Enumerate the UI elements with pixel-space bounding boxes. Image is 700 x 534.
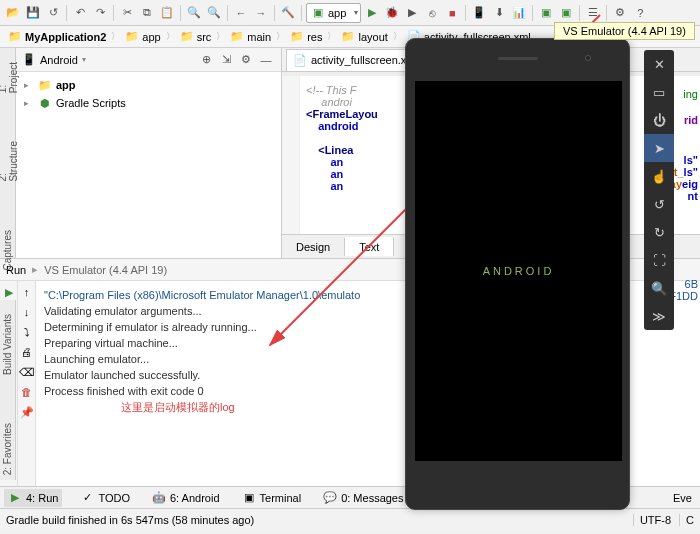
tab-messages[interactable]: 💬0: Messages bbox=[319, 489, 407, 507]
fit-icon[interactable]: ⛶ bbox=[644, 246, 674, 274]
structure-icon[interactable]: ☰ bbox=[584, 4, 602, 22]
android-icon: 📱 bbox=[22, 53, 36, 66]
bc-main[interactable]: 📁main bbox=[226, 30, 275, 44]
close-icon[interactable]: ✕ bbox=[644, 50, 674, 78]
paste-icon[interactable]: 📋 bbox=[158, 4, 176, 22]
rerun-icon[interactable]: ▶ bbox=[2, 285, 16, 299]
rotate-right-icon[interactable]: ↻ bbox=[644, 218, 674, 246]
status-bar: Gradle build finished in 6s 547ms (58 mi… bbox=[0, 508, 700, 530]
more-icon[interactable]: ≫ bbox=[644, 302, 674, 330]
run-config-combo[interactable]: ▣ app bbox=[306, 3, 361, 23]
folder-icon: 📁 bbox=[8, 30, 22, 44]
rotate-left-icon[interactable]: ↺ bbox=[644, 190, 674, 218]
tree-gradle[interactable]: ▸⬢ Gradle Scripts bbox=[20, 94, 277, 112]
module-icon: 📁 bbox=[38, 78, 52, 92]
cut-icon[interactable]: ✂ bbox=[118, 4, 136, 22]
forward-icon[interactable]: → bbox=[252, 4, 270, 22]
project-panel: 📱 Android ▾ ⊕ ⇲ ⚙ — ▸📁 app ▸⬢ Gradle Scr… bbox=[16, 48, 282, 258]
folder-icon: 📁 bbox=[180, 30, 194, 44]
minimize-icon[interactable]: ▭ bbox=[644, 78, 674, 106]
tree-app[interactable]: ▸📁 app bbox=[20, 76, 277, 94]
pin-icon[interactable]: 📌 bbox=[20, 405, 34, 419]
text-tab[interactable]: Text bbox=[345, 237, 394, 256]
tab-favorites[interactable]: 2: Favorites bbox=[2, 419, 13, 479]
gradle-icon: ⬢ bbox=[38, 96, 52, 110]
vs-emu1-icon[interactable]: ▣ bbox=[537, 4, 555, 22]
copy-icon[interactable]: ⧉ bbox=[138, 4, 156, 22]
touch-icon[interactable]: ☝ bbox=[644, 162, 674, 190]
run-target-label: VS Emulator (4.4 API 19) bbox=[44, 264, 167, 276]
annotation-text: 这里是启动模拟器的log bbox=[121, 399, 235, 415]
zoom-icon[interactable]: 🔍 bbox=[644, 274, 674, 302]
tree-item-label: app bbox=[56, 79, 76, 91]
run-icon: ▶ bbox=[8, 491, 22, 505]
tab-eventlog[interactable]: Eve bbox=[669, 490, 696, 506]
status-context[interactable]: C bbox=[679, 514, 694, 526]
scroll-from-icon[interactable]: ⊕ bbox=[197, 51, 215, 69]
power-icon[interactable]: ⏻ bbox=[644, 106, 674, 134]
status-encoding[interactable]: UTF-8 bbox=[633, 514, 671, 526]
monitor-icon[interactable]: 📊 bbox=[510, 4, 528, 22]
module-icon: ▣ bbox=[311, 6, 325, 20]
save-icon[interactable]: 💾 bbox=[24, 4, 42, 22]
help-icon[interactable]: ? bbox=[631, 4, 649, 22]
tab-build-variants[interactable]: Build Variants bbox=[2, 310, 13, 379]
settings-icon[interactable]: ⚙ bbox=[611, 4, 629, 22]
up-icon[interactable]: ↑ bbox=[20, 285, 34, 299]
bc-project[interactable]: 📁MyApplication2 bbox=[4, 30, 110, 44]
debug-icon[interactable]: 🐞 bbox=[383, 4, 401, 22]
run-config-label: app bbox=[328, 7, 346, 19]
project-panel-header: 📱 Android ▾ ⊕ ⇲ ⚙ — bbox=[16, 48, 281, 72]
message-icon: 💬 bbox=[323, 491, 337, 505]
collapse-icon[interactable]: ⇲ bbox=[217, 51, 235, 69]
trash-icon[interactable]: 🗑 bbox=[20, 385, 34, 399]
back-icon[interactable]: ← bbox=[232, 4, 250, 22]
left-tool-tabs: 1: Project 2: Structure Captures bbox=[0, 48, 16, 258]
folder-icon: 📁 bbox=[290, 30, 304, 44]
sdk-icon[interactable]: ⬇ bbox=[490, 4, 508, 22]
find-icon[interactable]: 🔍 bbox=[185, 4, 203, 22]
replace-icon[interactable]: 🔍 bbox=[205, 4, 223, 22]
sync-icon[interactable]: ↺ bbox=[44, 4, 62, 22]
tab-project[interactable]: 1: Project bbox=[0, 58, 19, 97]
avd-icon[interactable]: 📱 bbox=[470, 4, 488, 22]
vs-emu2-icon[interactable]: ▣ bbox=[557, 4, 575, 22]
gutter bbox=[282, 76, 300, 234]
tab-android[interactable]: 🤖6: Android bbox=[148, 489, 224, 507]
build-icon[interactable]: 🔨 bbox=[279, 4, 297, 22]
emulator-screen[interactable]: ANDROID bbox=[415, 81, 622, 461]
stop-icon[interactable]: ■ bbox=[443, 4, 461, 22]
folder-icon: 📁 bbox=[230, 30, 244, 44]
tab-terminal[interactable]: ▣Terminal bbox=[238, 489, 306, 507]
clear-icon[interactable]: ⌫ bbox=[20, 365, 34, 379]
bc-layout[interactable]: 📁layout bbox=[337, 30, 391, 44]
bc-app[interactable]: 📁app bbox=[121, 30, 164, 44]
redo-icon[interactable]: ↷ bbox=[91, 4, 109, 22]
run-icon[interactable]: ▶ bbox=[363, 4, 381, 22]
gear-icon[interactable]: ⚙ bbox=[237, 51, 255, 69]
bc-res[interactable]: 📁res bbox=[286, 30, 326, 44]
open-icon[interactable]: 📂 bbox=[4, 4, 22, 22]
android-icon: 🤖 bbox=[152, 491, 166, 505]
terminal-icon: ▣ bbox=[242, 491, 256, 505]
attach-icon[interactable]: ⎋ bbox=[423, 4, 441, 22]
down-icon[interactable]: ↓ bbox=[20, 305, 34, 319]
emulator-window[interactable]: ANDROID bbox=[405, 38, 630, 510]
folder-icon: 📁 bbox=[125, 30, 139, 44]
hide-icon[interactable]: — bbox=[257, 51, 275, 69]
tab-run[interactable]: ▶4: Run bbox=[4, 489, 62, 507]
folder-icon: 📁 bbox=[341, 30, 355, 44]
tab-structure[interactable]: 2: Structure bbox=[0, 137, 19, 186]
print-icon[interactable]: 🖨 bbox=[20, 345, 34, 359]
tab-todo[interactable]: ✓TODO bbox=[76, 489, 134, 507]
design-tab[interactable]: Design bbox=[282, 238, 345, 256]
pointer-icon[interactable]: ➤ bbox=[644, 134, 674, 162]
tooltip-vs-emulator: VS Emulator (4.4 API 19) bbox=[554, 22, 695, 40]
left-bottom-tabs: Build Variants 2: Favorites bbox=[0, 300, 16, 480]
bc-src[interactable]: 📁src bbox=[176, 30, 216, 44]
tab-captures[interactable]: Captures bbox=[2, 226, 13, 275]
wrap-icon[interactable]: ⤵ bbox=[20, 325, 34, 339]
profile-icon[interactable]: ▶ bbox=[403, 4, 421, 22]
project-tree[interactable]: ▸📁 app ▸⬢ Gradle Scripts bbox=[16, 72, 281, 258]
undo-icon[interactable]: ↶ bbox=[71, 4, 89, 22]
